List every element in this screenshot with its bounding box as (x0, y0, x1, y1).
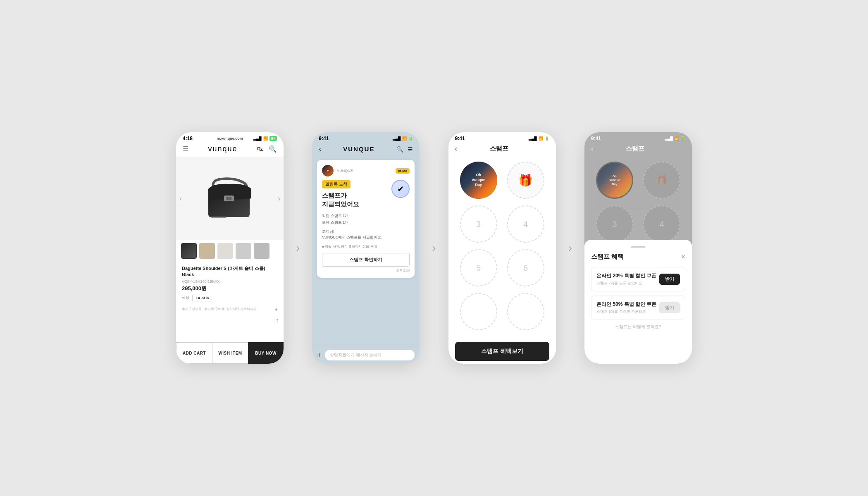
product-price: 295,000원 (182, 285, 278, 292)
add-cart-button[interactable]: ADD CART (176, 342, 212, 364)
benefit-info-2: 온라인 50% 특별 할인 쿠폰 스탬프 5개를 모으면 오픈돼요 (596, 301, 659, 315)
extra-products: 추가구성상품 추가로 구매를 원하시면 선택하세요. + (182, 304, 278, 311)
phone-stamps: 9:41 ▂▄█ 📶 🔋 ‹ 스탬프 OhVunqueDay 🎁 (448, 132, 556, 364)
chat-header: ‹ VUNQUE 🔍 ☰ (312, 143, 420, 157)
modal-close-button[interactable]: × (681, 253, 685, 261)
plus-icon[interactable]: + (275, 307, 278, 312)
brand-logo-2: VUNQUE (321, 145, 396, 153)
url-1: m.vunque.com (217, 136, 243, 141)
stamp-circle-4: 4 (507, 205, 544, 243)
signal-1: ▂▄█ (253, 136, 262, 141)
thumb-2[interactable] (199, 243, 215, 259)
arrow-2: › (432, 241, 436, 255)
back-icon-3[interactable]: ‹ (455, 145, 457, 153)
menu-icon[interactable]: ☰ (183, 145, 188, 153)
wifi-2: 📶 (402, 136, 407, 141)
status-icons-3: ▂▄█ 📶 🔋 (529, 136, 549, 141)
prev-arrow[interactable]: ‹ (179, 194, 182, 203)
benefit-btn-2: 받기 (659, 302, 680, 313)
benefit-btn-1[interactable]: 받기 (659, 274, 680, 285)
buy-now-button[interactable]: BUY NOW (248, 342, 284, 364)
stamp-circle-2: 🎁 (507, 162, 544, 199)
stamp-check-icon: ✔ (391, 180, 410, 198)
back-icon-4[interactable]: ‹ (591, 145, 593, 153)
vunque-avatar: V (322, 165, 334, 176)
stamp-info: 적립 스탬프 1개 보유 스탬프 1개 (322, 212, 410, 226)
stamp-header: ‹ 스탬프 (448, 143, 556, 157)
time-4: 9:41 (591, 136, 601, 141)
next-arrow[interactable]: › (278, 194, 280, 203)
benefit-desc-1: 스탬프 2개를 모두 모았어요 (596, 281, 659, 286)
signal-2: ▂▄█ (393, 136, 401, 141)
product-image: ‹ (176, 157, 284, 240)
stamp-2: 🎁 (506, 162, 546, 199)
wish-item-button[interactable]: WISH ITEM (212, 342, 248, 364)
battery-4: 🔋 (681, 136, 685, 141)
stamp-benefit-button[interactable]: 스탬프 혜택보기 (455, 342, 549, 361)
modal-indicator (631, 246, 646, 248)
benefit-item-2: 온라인 50% 특별 할인 쿠폰 스탬프 5개를 모으면 오픈돼요 받기 (591, 296, 685, 320)
bottom-actions: ADD CART WISH ITEM BUY NOW (176, 342, 284, 364)
time-1: 4:18 (183, 136, 193, 141)
notif-time: 오후 2:20 (322, 268, 410, 273)
stamp-title-4: 스탬프 (626, 145, 644, 153)
notif-reason: ■ 적립 사유: 공식 홈페이지 상품 구매 (322, 244, 410, 249)
benefit-item-1: 온라인 20% 특별 할인 쿠폰 스탬프 2개를 모두 모았어요 받기 (591, 267, 685, 291)
product-header: ☰ vunque 🛍 🔍 (176, 143, 284, 157)
menu-icon-2[interactable]: ☰ (408, 146, 413, 153)
search-icon-2[interactable]: 🔍 (396, 146, 403, 153)
arrow-1: › (296, 241, 300, 255)
notif-brand: VUNQUE (337, 169, 353, 173)
plus-icon-2[interactable]: + (317, 351, 322, 360)
stamp-5: 5 (458, 249, 499, 286)
share-icon[interactable]: ⤴ (276, 318, 279, 324)
stamp-4: 4 (506, 205, 546, 243)
chat-input[interactable]: 상담직원에게 메시지 보내기 (325, 350, 415, 360)
kakao-badge: kakao (396, 168, 410, 174)
thumb-1[interactable] (181, 243, 197, 259)
thumb-3[interactable] (217, 243, 233, 259)
gift-icon: 🎁 (518, 174, 533, 187)
confirm-stamp-button[interactable]: 스탬프 확인하기 (322, 253, 410, 267)
header-icons: 🛍 🔍 (257, 145, 277, 153)
battery-1: 8+ (269, 136, 277, 141)
phone-benefits: 9:41 ▂▄█ 📶 🔋 ‹ 스탬프 OhVunqueDay 🎁 (584, 132, 692, 364)
thumb-4[interactable] (236, 243, 251, 259)
bag-icon[interactable]: 🛍 (257, 145, 264, 153)
color-value[interactable]: BLACK (193, 295, 213, 301)
thumbnail-row (176, 240, 284, 262)
stamp-circle-1: OhVunqueDay (460, 162, 497, 199)
status-bar-1: 4:18 m.vunque.com ▂▄█ 📶 8+ (176, 132, 284, 143)
signal-4: ▂▄█ (665, 136, 673, 141)
stamp-title: 스탬프 (490, 145, 508, 153)
status-bar-2: 9:41 ▂▄█ 📶 🔋 (312, 132, 420, 143)
color-label: 색상 (182, 295, 189, 300)
stamp-circle-7 (460, 293, 497, 330)
stamp-grid: OhVunqueDay 🎁 3 4 (448, 157, 556, 335)
thumb-5[interactable] (254, 243, 269, 259)
notif-message: 고객님! VUNQUE에서 스탬프를 지급했어요. (322, 229, 410, 240)
stamp-6: 6 (506, 249, 546, 286)
modal-title: 스탬프 혜택 (591, 253, 624, 261)
brand-logo-1: vunque (208, 145, 237, 153)
modal-header: 스탬프 혜택 × (591, 253, 685, 261)
stamp-1: OhVunqueDay (458, 162, 499, 199)
color-row: 색상 BLACK (182, 295, 278, 301)
status-icons-1: ▂▄█ 📶 8+ (253, 136, 277, 141)
stamp-notification: V VUNQUE kakao 알림톡 도착 ✔ 스탬프가 지급되었어요 적립 스… (317, 160, 415, 278)
modal-link[interactable]: 스탬프는 어떻게 모아요? (591, 324, 685, 330)
stamp-grid-bg: OhVunqueDay 🎁 3 4 (584, 157, 692, 248)
benefit-desc-2: 스탬프 5개를 모으면 오픈돼요 (596, 309, 659, 315)
battery-3: 🔋 (545, 136, 549, 141)
search-icon[interactable]: 🔍 (269, 145, 277, 153)
benefit-info-1: 온라인 20% 특별 할인 쿠폰 스탬프 2개를 모두 모았어요 (596, 272, 659, 286)
battery-2: 🔋 (408, 136, 413, 141)
notif-header: V VUNQUE kakao (322, 165, 410, 176)
chat-input-bar: + 상담직원에게 메시지 보내기 (312, 346, 420, 364)
status-icons-4: ▂▄█ 📶 🔋 (665, 136, 685, 141)
product-info: Baguette Shoulder S (바게트 숄더 스몰) Black VQ… (176, 262, 284, 315)
time-3: 9:41 (455, 136, 465, 141)
chat-header-icons: 🔍 ☰ (396, 146, 413, 153)
benefit-title-1: 온라인 20% 특별 할인 쿠폰 (596, 272, 659, 279)
stamp-8 (506, 293, 546, 330)
